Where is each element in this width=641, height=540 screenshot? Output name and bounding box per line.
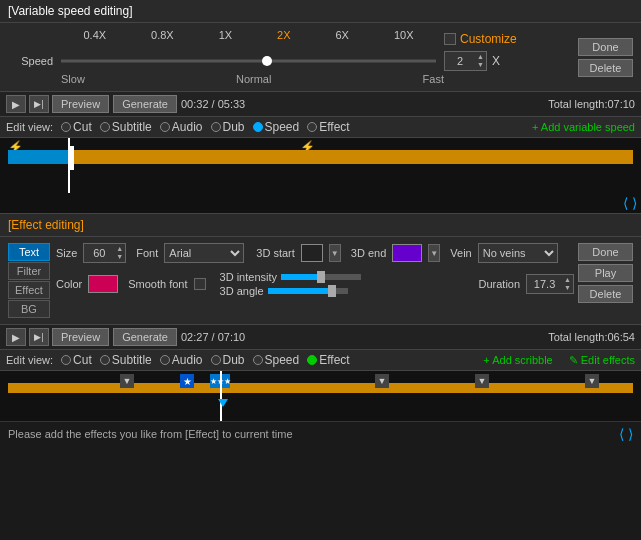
effect-radio-audio-label: Audio bbox=[172, 353, 203, 367]
speed-x-spinner[interactable]: ▲ ▼ bbox=[444, 51, 487, 71]
effect-radio-audio-circle bbox=[160, 355, 170, 365]
effect-play-btn[interactable]: ▶ bbox=[6, 328, 26, 346]
effect-row-2: Color Smooth font 3D intensity bbox=[56, 271, 574, 297]
delete-button[interactable]: Delete bbox=[578, 59, 633, 77]
size-down[interactable]: ▼ bbox=[116, 253, 123, 261]
scroll-right[interactable]: ⟩ bbox=[632, 195, 637, 211]
status-text: Please add the effects you like from [Ef… bbox=[8, 428, 293, 440]
smooth-font-checkbox[interactable] bbox=[194, 278, 206, 290]
effect-edit-view-label: Edit view: bbox=[6, 354, 53, 366]
duration-label: Duration bbox=[478, 278, 520, 290]
spinner-up[interactable]: ▲ bbox=[477, 53, 484, 61]
effect-timeline-bar bbox=[8, 383, 633, 393]
radio-speed[interactable]: Speed bbox=[253, 120, 300, 134]
size-spinner[interactable]: ▲ ▼ bbox=[83, 243, 126, 263]
tab-text[interactable]: Text bbox=[8, 243, 50, 261]
speed-timeline[interactable]: ⚡ ⚡ bbox=[0, 138, 641, 193]
effect-done-button[interactable]: Done bbox=[578, 243, 633, 261]
customize-checkbox[interactable] bbox=[444, 33, 456, 45]
color-picker[interactable] bbox=[88, 275, 118, 293]
zoom-out-icon[interactable]: ⟩ bbox=[628, 426, 633, 442]
time-display: 00:32 / 05:33 bbox=[181, 98, 245, 110]
radio-effect[interactable]: Effect bbox=[307, 120, 349, 134]
effect-radio-cut-label: Cut bbox=[73, 353, 92, 367]
effect-timeline[interactable]: ▼ ★ ★★★ ▼ ▼ ▼ bbox=[0, 371, 641, 421]
radio-subtitle-circle bbox=[100, 122, 110, 132]
step-forward-button[interactable]: ▶| bbox=[29, 95, 49, 113]
speed-timeline-scroll: ⟨ ⟩ bbox=[0, 193, 641, 214]
radio-dub[interactable]: Dub bbox=[211, 120, 245, 134]
3d-start-color[interactable] bbox=[301, 244, 323, 262]
edit-view-label: Edit view: bbox=[6, 121, 53, 133]
add-scribble[interactable]: + Add scribble bbox=[483, 354, 552, 366]
effect-radio-subtitle-label: Subtitle bbox=[112, 353, 152, 367]
effect-delete-button[interactable]: Delete bbox=[578, 285, 633, 303]
tab-bg[interactable]: BG bbox=[8, 300, 50, 318]
play-button[interactable]: ▶ bbox=[6, 95, 26, 113]
tick-5: 10X bbox=[394, 29, 414, 49]
effect-radio-speed-label: Speed bbox=[265, 353, 300, 367]
zoom-in-icon[interactable]: ⟨ bbox=[619, 426, 624, 442]
total-length: Total length:07:10 bbox=[548, 98, 635, 110]
effect-play-button[interactable]: Play bbox=[578, 264, 633, 282]
font-select[interactable]: Arial bbox=[164, 243, 244, 263]
3d-start-label: 3D start bbox=[256, 247, 295, 259]
speed-slider-track bbox=[61, 60, 436, 63]
tab-filter[interactable]: Filter bbox=[8, 262, 50, 280]
effect-radio-effect[interactable]: Effect bbox=[307, 353, 349, 367]
speed-edit-view-row: Edit view: Cut Subtitle Audio Dub Speed … bbox=[0, 117, 641, 138]
effect-edit-view-row: Edit view: Cut Subtitle Audio Dub Speed … bbox=[0, 350, 641, 371]
radio-subtitle[interactable]: Subtitle bbox=[100, 120, 152, 134]
edit-effects[interactable]: ✎ Edit effects bbox=[569, 354, 635, 367]
effect-controls: Text Filter Effect BG Size ▲ ▼ bbox=[0, 237, 641, 324]
size-input[interactable] bbox=[84, 244, 114, 262]
3d-end-color[interactable] bbox=[392, 244, 422, 262]
3d-intensity-slider[interactable] bbox=[281, 274, 361, 280]
radio-audio-circle bbox=[160, 122, 170, 132]
size-label: Size bbox=[56, 247, 77, 259]
3d-intensity-label: 3D intensity bbox=[220, 271, 277, 283]
effect-tabs: Text Filter Effect BG bbox=[8, 243, 50, 318]
speed-x-input[interactable] bbox=[445, 52, 475, 70]
effect-generate-button[interactable]: Generate bbox=[113, 328, 177, 346]
vein-label: Vein bbox=[450, 247, 471, 259]
3d-end-dropdown[interactable]: ▼ bbox=[428, 244, 440, 262]
effect-radio-cut[interactable]: Cut bbox=[61, 353, 92, 367]
tick-0: 0.4X bbox=[83, 29, 106, 49]
effect-step-btn[interactable]: ▶| bbox=[29, 328, 49, 346]
3d-angle-label: 3D angle bbox=[220, 285, 264, 297]
effect-radio-cut-circle bbox=[61, 355, 71, 365]
effect-preview-button[interactable]: Preview bbox=[52, 328, 109, 346]
radio-dub-circle bbox=[211, 122, 221, 132]
3d-angle-slider[interactable] bbox=[268, 288, 348, 294]
radio-speed-circle bbox=[253, 122, 263, 132]
size-up[interactable]: ▲ bbox=[116, 245, 123, 253]
duration-input[interactable] bbox=[527, 275, 562, 293]
spinner-down[interactable]: ▼ bbox=[477, 61, 484, 69]
radio-audio[interactable]: Audio bbox=[160, 120, 203, 134]
radio-cut[interactable]: Cut bbox=[61, 120, 92, 134]
speed-slider-thumb[interactable] bbox=[262, 56, 272, 66]
effect-radio-subtitle[interactable]: Subtitle bbox=[100, 353, 152, 367]
duration-down[interactable]: ▼ bbox=[564, 284, 571, 292]
scroll-left[interactable]: ⟨ bbox=[623, 195, 628, 211]
vein-select[interactable]: No veins bbox=[478, 243, 558, 263]
duration-spinner[interactable]: ▲ ▼ bbox=[526, 274, 574, 294]
radio-effect-label: Effect bbox=[319, 120, 349, 134]
smooth-font-label: Smooth font bbox=[128, 278, 187, 290]
status-bar: Please add the effects you like from [Ef… bbox=[0, 421, 641, 446]
3d-start-dropdown[interactable]: ▼ bbox=[329, 244, 341, 262]
marker-3: ▼ bbox=[475, 374, 489, 388]
done-button[interactable]: Done bbox=[578, 38, 633, 56]
effect-radio-audio[interactable]: Audio bbox=[160, 353, 203, 367]
preview-button[interactable]: Preview bbox=[52, 95, 109, 113]
generate-button[interactable]: Generate bbox=[113, 95, 177, 113]
slow-label: Slow bbox=[61, 73, 85, 85]
effect-radio-dub[interactable]: Dub bbox=[211, 353, 245, 367]
add-variable-speed[interactable]: + Add variable speed bbox=[532, 121, 635, 133]
effect-radio-speed[interactable]: Speed bbox=[253, 353, 300, 367]
duration-up[interactable]: ▲ bbox=[564, 276, 571, 284]
effect-playhead bbox=[220, 371, 222, 421]
tab-effect[interactable]: Effect bbox=[8, 281, 50, 299]
effect-radio-subtitle-circle bbox=[100, 355, 110, 365]
